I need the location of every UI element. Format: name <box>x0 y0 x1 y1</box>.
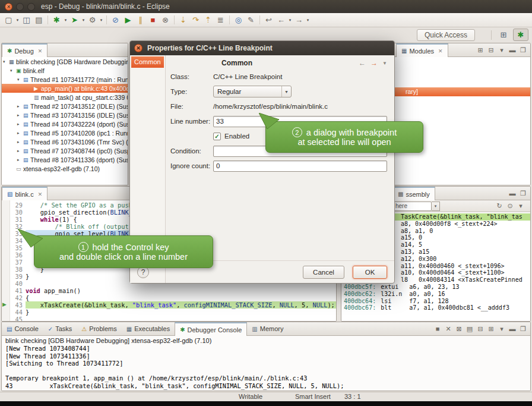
step-over-button[interactable]: ↷ <box>189 14 202 26</box>
toolbar-separator[interactable] <box>174 15 175 24</box>
line-number[interactable]: 36 <box>10 251 26 259</box>
expand-arrow-icon[interactable]: ▸ <box>17 149 23 153</box>
toolbar-separator[interactable] <box>48 15 48 24</box>
debug-tree-item[interactable]: ▸ ▤ Thread #3 1073413156 (IDLE) (Suspend… <box>2 111 128 119</box>
run-button[interactable]: ➤ <box>68 14 81 26</box>
maximize-button[interactable]: ❐ <box>518 188 528 198</box>
terminate-button[interactable]: ■ <box>147 14 159 26</box>
line-number[interactable]: 43 <box>10 301 26 309</box>
console-tab[interactable]: ▥ Memory <box>247 322 288 335</box>
console-tab[interactable]: ✱ Debugger Console <box>175 322 247 336</box>
tab-disassembly[interactable]: ▩ ssembly <box>392 187 435 200</box>
quick-access-button[interactable]: Quick Access <box>417 29 475 41</box>
tab-modules[interactable]: ▦ Modules ✕ <box>396 43 448 57</box>
dialog-titlebar[interactable]: ✕ Properties for C/C++ Line Breakpoint <box>130 41 394 55</box>
view-menu-icon[interactable]: ▼ <box>382 59 387 67</box>
minimize-button[interactable]: ▬ <box>508 188 517 198</box>
view-menu-button[interactable]: ▾ <box>516 202 525 211</box>
expand-arrow-icon[interactable]: ▾ <box>17 77 23 82</box>
scroll-lock-button[interactable]: ⊟ <box>476 324 485 333</box>
debug-tree-item[interactable]: ▥ main_task() at cpu_start.c:339 0x4... <box>2 93 128 102</box>
line-number[interactable]: 30 <box>10 209 26 216</box>
instruction-stepping-button[interactable]: ≣ <box>214 14 227 26</box>
debug-tree-item[interactable]: ▸ ▤ Thread #7 1073408744 (ipc0) (Suspend… <box>2 146 128 155</box>
debug-tree-item[interactable]: ▸ ▤ Thread #6 1073431096 (Tmr Svc) (Susp… <box>2 137 128 146</box>
remove-all-terminated-button[interactable]: ⊠ <box>454 324 464 333</box>
new-wizard-dropdown[interactable]: ▾ <box>15 14 20 26</box>
remove-launch-button[interactable]: ✕ <box>444 324 453 333</box>
window-minimize-button[interactable] <box>16 3 24 11</box>
close-icon[interactable]: ✕ <box>38 48 43 54</box>
expand-arrow-icon[interactable]: ▸ <box>17 131 23 136</box>
toolbar-separator[interactable] <box>229 15 230 24</box>
expand-arrow-icon[interactable]: ▸ <box>17 104 23 109</box>
line-number[interactable]: 44 <box>10 309 26 316</box>
print-button[interactable]: ▤ <box>33 14 45 26</box>
window-close-button[interactable]: ✕ <box>5 3 12 11</box>
debug-dropdown[interactable]: ▾ <box>63 14 68 26</box>
code-line[interactable]: 45 <box>10 316 336 321</box>
expand-arrow-icon[interactable]: ▸ <box>17 113 23 118</box>
show-source-button[interactable]: ⊙ <box>505 202 515 211</box>
expand-arrow-icon[interactable]: ▾ <box>10 68 16 73</box>
nav-item-common[interactable]: Common <box>131 56 164 68</box>
line-number[interactable]: 45 <box>10 316 26 321</box>
console-output[interactable]: blink checking [GDB Hardware Debugging] … <box>2 336 530 391</box>
expand-arrow-icon[interactable]: ▾ <box>3 59 9 64</box>
back-button[interactable]: ← <box>275 14 287 26</box>
expand-arrow-icon[interactable]: ▸ <box>17 140 23 144</box>
dialog-close-button[interactable]: ✕ <box>134 44 142 52</box>
ok-button[interactable]: OK <box>353 266 387 279</box>
debug-perspective-icon[interactable]: ✱ <box>513 29 528 41</box>
line-number[interactable]: 40 <box>10 280 26 287</box>
expand-all-button[interactable]: ⊞ <box>476 45 485 55</box>
close-icon[interactable]: ✕ <box>438 48 443 54</box>
pin-console-button[interactable]: ⊞ <box>486 324 496 333</box>
line-number[interactable]: 38 <box>10 266 26 273</box>
debug-tree-item[interactable]: ▭ xtensa-esp32-elf-gdb (7.10) <box>2 164 128 173</box>
resume-button[interactable]: ▶ <box>122 14 134 26</box>
annotation-ruler[interactable]: ▶ <box>2 200 10 321</box>
clear-console-button[interactable]: ▤ <box>465 324 474 333</box>
code-line[interactable]: 41 void app_main() <box>10 287 336 294</box>
display-console-dropdown[interactable]: ▾ <box>497 324 506 333</box>
debug-tree-item[interactable]: ▸ ▤ Thread #4 1073432224 (dport) (Suspen… <box>2 119 128 128</box>
code-line[interactable]: 42 { <box>10 294 336 301</box>
suspend-button[interactable]: ∥ <box>134 14 147 26</box>
console-tab[interactable]: ⚠ Problems <box>77 322 121 335</box>
code-line[interactable]: 44 } <box>10 309 336 316</box>
debug-tree-item[interactable]: ▶ app_main() at blink.c:43 0x400dbc5f <box>2 84 128 93</box>
toolbar-separator[interactable] <box>106 15 107 24</box>
console-tab[interactable]: ✓ Tasks <box>43 322 77 335</box>
tab-blink-c[interactable]: ▧ blink.c ✕ <box>2 187 48 200</box>
console-tab[interactable]: ▤ Console <box>2 322 43 335</box>
debug-tree-item[interactable]: ▾ ▦ blink checking [GDB Hardware Debuggi… <box>2 57 128 66</box>
maximize-button[interactable]: ❐ <box>518 45 528 55</box>
skip-breakpoints-button[interactable]: ⊘ <box>109 14 122 26</box>
maximize-button[interactable]: ❐ <box>518 324 528 333</box>
expand-arrow-icon[interactable]: ▸ <box>17 158 23 162</box>
debug-button[interactable]: ✱ <box>50 14 63 26</box>
enabled-checkbox[interactable]: ✓ <box>213 133 221 140</box>
back-icon[interactable]: ← <box>359 59 366 67</box>
line-number[interactable]: 42 <box>10 294 26 301</box>
forward-dropdown[interactable]: ▾ <box>305 14 311 26</box>
type-select[interactable]: Regular ▼ <box>213 86 292 97</box>
last-edit-location-button[interactable]: ↩ <box>262 14 275 26</box>
tab-debug[interactable]: ✱ Debug ✕ <box>2 43 48 57</box>
terminate-button[interactable]: ■ <box>433 324 442 333</box>
line-number[interactable]: 37 <box>10 259 26 266</box>
debug-tree-item[interactable]: ▾ ▣ blink.elf <box>2 66 128 75</box>
minimize-button[interactable]: ▬ <box>508 45 517 55</box>
close-icon[interactable]: ✕ <box>38 191 43 197</box>
view-menu-button[interactable]: ▾ <box>497 45 506 55</box>
location-dropdown-icon[interactable]: ▾ <box>432 202 440 211</box>
external-tools-dropdown[interactable]: ▾ <box>99 14 104 26</box>
cancel-button[interactable]: Cancel <box>303 266 344 279</box>
ignore-count-input[interactable]: 0 <box>213 160 387 172</box>
step-return-button[interactable]: ⇡ <box>202 14 214 26</box>
search-button[interactable]: ◎ <box>232 14 245 26</box>
toolbar-separator[interactable] <box>259 15 260 24</box>
new-wizard-button[interactable]: ▢ <box>2 14 15 26</box>
minimize-button[interactable]: ▬ <box>508 324 517 333</box>
